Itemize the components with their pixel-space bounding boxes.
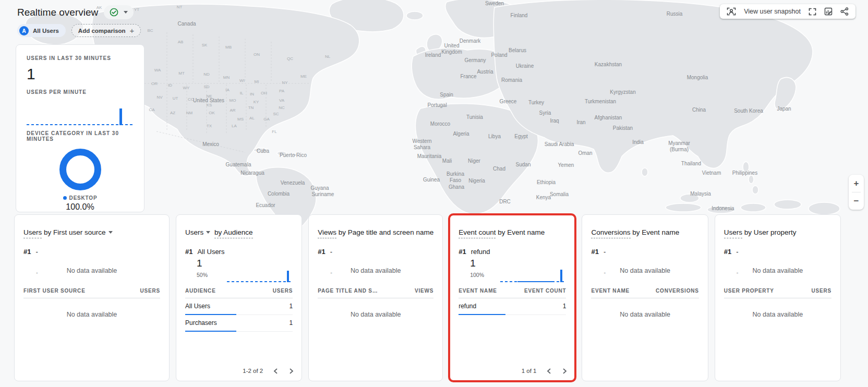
spark-baseline [227,281,293,282]
card-title: Event count by Event name [459,228,566,236]
share-icon[interactable] [840,7,849,16]
next-page-icon[interactable] [562,368,568,374]
top-value: - [736,248,738,256]
card-stats: - No data available [724,258,831,288]
metric-selector[interactable]: Views [318,228,336,238]
table-header: USER PROPERTY USERS [724,288,831,298]
rank-label: #1 [318,248,325,256]
card-stats: - No data available [591,258,698,288]
row-bar [459,314,505,315]
top-rank-line: #1 - [724,248,831,256]
row-name: All Users [185,303,210,310]
page-title: Realtime overview [17,7,98,18]
caret-down-icon [124,11,128,14]
card-title: Users by First user source [23,228,160,236]
table-header: FIRST USER SOURCE USERS [23,288,160,298]
legend-dot-icon [63,196,67,200]
users-30min-label: USERS IN LAST 30 MINUTES [27,55,134,61]
dimension-label: by Event name [632,228,679,236]
add-comparison-button[interactable]: Add comparison + [71,24,141,37]
customize-report-icon[interactable] [824,7,833,16]
table-header: EVENT NAME EVENT COUNT [459,288,566,298]
dimension-label: by Page title and screen name [339,228,433,236]
sparkline-chart [227,269,293,282]
prev-page-icon[interactable] [546,368,552,374]
metric-selector[interactable]: Event count [459,228,496,238]
spark-bar [287,271,289,282]
metric-selector[interactable]: Users [724,228,742,238]
card-title: Users by Audience [185,228,293,236]
top-rank-line: #1 refund [459,248,566,256]
metric-selector[interactable]: Users [23,228,42,238]
percent-label: 50% [197,272,208,278]
realtime-cards-row: Users by First user source #1 - - No dat… [14,214,841,381]
device-donut-chart [59,149,101,190]
no-data-body: No data available [724,311,831,318]
card-event-count-by-event-name: Event count by Event name #1 refund 1 10… [449,214,575,381]
no-data-body: No data available [318,311,433,318]
column-metric: USERS [140,288,160,294]
table-header: PAGE TITLE AND S… VIEWS [318,288,433,298]
all-users-chip-label: All Users [33,28,59,34]
top-value: - [604,248,606,256]
top-rank-line: #1 - [591,248,698,256]
view-user-snapshot-button[interactable]: View user snapshot [744,8,801,15]
all-users-chip[interactable]: A All Users [17,24,66,37]
rank-label: #1 [459,248,466,256]
map-zoom-control: + − [849,175,864,210]
pagination-label: 1 of 1 [522,368,537,374]
column-dimension: EVENT NAME [459,288,497,294]
prev-page-icon[interactable] [273,368,279,374]
row-value: 1 [563,303,566,310]
report-toolbar: View user snapshot [720,4,855,19]
legend-label: DESKTOP [69,195,98,201]
users-per-minute-chart [27,107,134,125]
rank-label: #1 [724,248,731,256]
plus-icon: + [130,26,135,35]
next-page-icon[interactable] [288,368,294,374]
no-data-body: No data available [591,311,698,318]
top-rank-line: #1 - [318,248,433,256]
row-bar [185,331,236,332]
dimension-label: by User property [744,228,797,236]
card-users-by-first-user-source: Users by First user source #1 - - No dat… [14,214,170,381]
no-data-text: No data available [724,267,831,274]
legend-percent: 100.0% [27,202,134,212]
report-status-dropdown[interactable] [104,5,134,19]
card-stats: 1 50% [185,258,293,288]
fullscreen-icon[interactable] [809,8,816,16]
column-metric: VIEWS [415,288,433,294]
rank-label: #1 [185,248,192,256]
donut-legend: DESKTOP [27,195,134,201]
row-name: Purchasers [185,319,217,326]
no-data-text: No data available [318,267,433,274]
card-stats: 1 100% [459,258,566,288]
card-conversions-by-event-name: Conversions by Event name #1 - - No data… [582,214,708,381]
no-data-text: No data available [591,267,698,274]
column-dimension: FIRST USER SOURCE [23,288,86,294]
column-metric: USERS [812,288,831,294]
dimension-label: by Audience [214,228,253,238]
dimension-label: by Event name [498,228,545,236]
realtime-summary-card: USERS IN LAST 30 MINUTES 1 USERS PER MIN… [16,44,144,212]
card-stats: - No data available [23,258,160,288]
big-number: 1 [197,258,202,269]
metric-selector[interactable]: Conversions [591,228,630,238]
card-title: Users by User property [724,228,831,236]
card-views-by-page-title: Views by Page title and screen name #1 -… [308,214,443,381]
pagination-label: 1-2 of 2 [243,368,263,374]
minute-bar [119,108,122,125]
metric-selector[interactable]: Users [185,228,203,236]
top-value: All Users [197,248,224,256]
caret-down-icon[interactable] [108,231,113,234]
big-number: 1 [470,258,476,269]
comparison-bar: A All Users Add comparison + [17,24,141,37]
minute-baseline [27,124,134,125]
caret-down-icon[interactable] [206,231,210,234]
users-per-minute-label: USERS PER MINUTE [27,89,134,95]
table-header: AUDIENCE USERS [185,288,293,298]
zoom-in-button[interactable]: + [849,175,864,192]
card-users-by-audience: Users by Audience #1 All Users 1 50% AUD… [176,214,302,381]
zoom-out-button[interactable]: − [849,192,864,210]
top-value: - [35,248,38,256]
